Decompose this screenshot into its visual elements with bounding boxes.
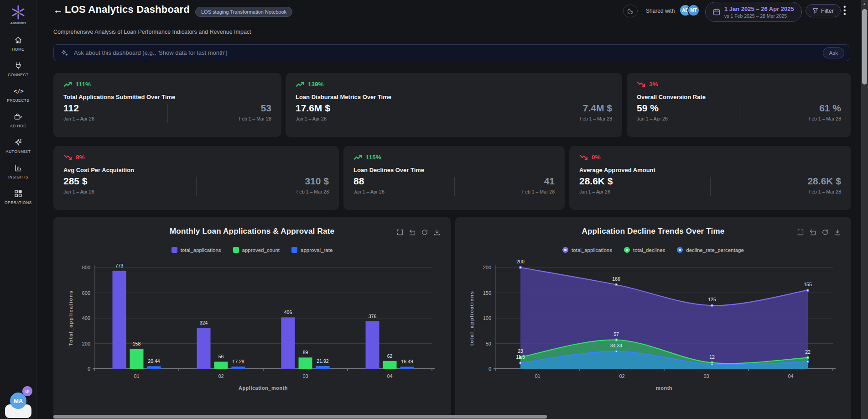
kpi-card-average-approved-amount[interactable]: 0% Average Approved Amount 28.6K $Jan 1 … [569,146,851,210]
kpi-card-cost-per-acquisition[interactable]: 8% Avg Cost Per Acquisition 285 $Jan 1 –… [53,146,339,210]
app-logo[interactable]: Autonmis [10,5,26,25]
kebab-menu-icon[interactable]: ••• [843,5,846,16]
kpi-comparison-value: 7.4M $ [580,103,612,114]
logo-text: Autonmis [10,21,26,25]
svg-text:800: 800 [82,265,90,270]
code-icon: </> [14,87,23,96]
sidebar-item-insights[interactable]: INSIGHTS [8,163,28,179]
legend-label: approved_count [242,247,280,253]
sidebar-item-label: OPERATIONS [5,200,32,205]
bar-chart[interactable]: 020040060080001020304Application_monthTo… [65,256,439,397]
kpi-comparison-value: 310 $ [296,176,329,187]
kpi-primary-value: 112 [63,103,94,114]
kpi-comparison-value: 28.6K $ [807,176,841,187]
scroll-up-arrow[interactable]: ▲ [863,2,866,6]
notebook-badge[interactable]: LOS staging Transformation Notebook [195,7,292,17]
horizontal-scrollbar[interactable] [53,415,547,419]
filter-button[interactable]: Filter [806,4,841,17]
sparkles-icon [61,49,68,57]
download-icon[interactable] [834,229,841,236]
kpi-divider [454,177,455,196]
kpi-card-conversion-rate[interactable]: 3% Overall Conversion Rate 59 %Jan 1 – A… [627,73,851,137]
chart-title: Monthly Loan Applications & Approval Rat… [53,227,451,236]
page-subtitle: Comprehensive Analysis of Loan Performan… [53,29,251,35]
svg-text:16.49: 16.49 [401,359,413,364]
box-select-icon[interactable] [396,229,404,236]
sidebar-profile: MA BI [0,379,37,415]
sidebar-item-operations[interactable]: OPERATIONS [5,189,32,205]
ask-input[interactable] [74,49,823,56]
pan-select-icon[interactable] [809,229,816,236]
avatar[interactable]: MT [687,4,700,16]
kpi-card-loan-disbursal[interactable]: 139% Loan Disbursal Metrics Over Time 17… [286,73,622,137]
sidebar-item-projects[interactable]: </> PROJECTS [7,87,29,103]
legend-label: approval_rate [301,247,333,253]
kpi-primary-period: Jan 1 – Apr 26 [63,189,94,194]
svg-text:34.34: 34.34 [610,343,622,348]
svg-text:89: 89 [302,350,308,355]
kpi-percent: 115% [366,154,381,161]
sidebar-item-autonmist[interactable]: AUTONMIST [6,138,31,154]
kpi-percent: 3% [649,81,658,88]
download-icon[interactable] [433,229,441,236]
kpi-comparison-value: 61 % [809,103,841,114]
shared-with-label: Shared with [646,8,675,14]
svg-text:62: 62 [387,353,392,359]
legend-item[interactable]: total_declines [624,247,665,253]
svg-text:324: 324 [199,320,208,325]
reset-icon[interactable] [821,229,829,236]
box-select-icon[interactable] [797,229,804,236]
kpi-primary-value: 88 [353,176,385,187]
legend-swatch [233,247,239,253]
reset-icon[interactable] [421,229,428,236]
plug-icon [14,61,23,70]
sidebar-item-connect[interactable]: CONNECT [8,61,29,77]
svg-text:200: 200 [516,259,525,264]
legend-label: total_applications [181,247,221,253]
sidebar-item-label: AD HOC [10,124,26,128]
svg-text:Total_applications: Total_applications [68,290,73,346]
date-range-comparison: vs 1 Feb 2025 – 28 Mar 2025 [724,13,794,19]
legend-swatch [624,247,630,253]
svg-text:155: 155 [804,282,812,287]
kpi-primary-period: Jan 1 – Apr 26 [353,189,385,194]
page-title: LOS Analytics Dashboard [65,4,190,16]
sidebar-item-ad-hoc[interactable]: AD HOC [10,112,26,128]
svg-text:376: 376 [368,314,376,319]
kpi-card-total-applications[interactable]: 111% Total Applications Submitted Over T… [53,73,281,137]
scrollbar-thumb[interactable] [862,9,867,84]
svg-text:166: 166 [612,276,620,282]
sidebar-item-home[interactable]: HOME [12,36,25,52]
legend-item[interactable]: total_applications [562,247,612,253]
pan-select-icon[interactable] [409,229,416,236]
area-chart[interactable]: 05010015020001020304monthtotal_applicati… [466,256,840,397]
legend-item[interactable]: approval_rate [291,247,333,253]
sidebar-item-label: HOME [12,47,25,52]
kpi-card-loan-declines[interactable]: 115% Loan Declines Over Time 88Jan 1 – A… [343,146,565,210]
date-range-picker[interactable]: 1 Jan 2025 – 26 Apr 2025 vs 1 Feb 2025 –… [705,2,802,22]
chart-legend: total_applications total_declines declin… [455,247,851,253]
svg-text:0: 0 [87,366,90,372]
sidebar-item-label: PROJECTS [7,98,29,103]
kpi-percent: 0% [592,154,601,161]
kpi-comparison-period: Feb 1 – Mar 28 [239,116,271,121]
kpi-title: Average Approved Amount [579,167,841,173]
svg-text:01: 01 [535,373,540,379]
back-arrow-icon[interactable]: ← [53,5,63,16]
trend-up-icon [63,81,72,87]
legend-item[interactable]: approved_count [233,247,280,253]
kpi-title: Overall Conversion Rate [637,94,841,100]
vertical-scrollbar[interactable]: ▲ [861,0,868,419]
legend-label: total_applications [572,247,612,253]
svg-text:12: 12 [709,354,715,360]
bar-chart-icon [14,163,23,173]
trend-down-icon [63,154,72,160]
theme-toggle-button[interactable] [623,5,638,17]
sidebar-nav: HOME CONNECT </> PROJECTS AD HOC AUTONMI… [5,36,32,205]
ask-button[interactable]: Ask [823,47,844,58]
sidebar-item-label: CONNECT [8,73,29,77]
legend-item[interactable]: decline_rate_percentage [677,247,744,253]
legend-item[interactable]: total_applications [172,247,221,253]
svg-text:03: 03 [302,373,308,379]
profile-badge[interactable]: BI [22,386,32,396]
